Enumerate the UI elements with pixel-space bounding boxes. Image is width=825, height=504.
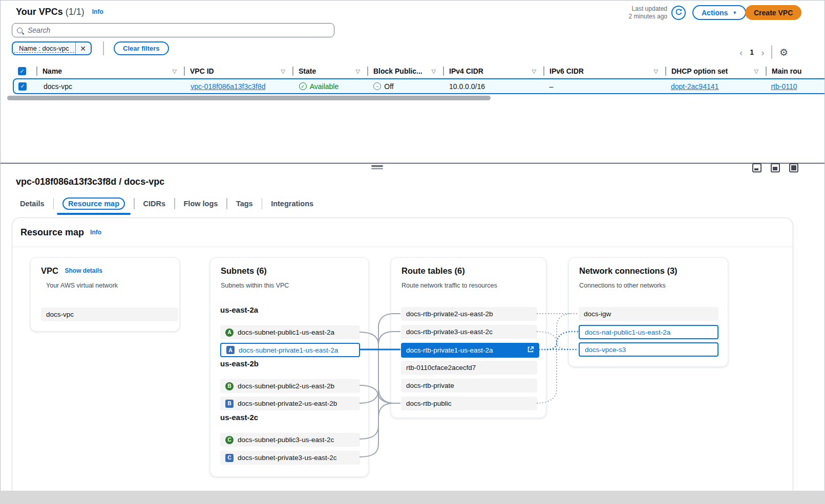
column-header-ipv6-cidr[interactable]: IPv6 CIDR ▽ <box>543 64 665 78</box>
network-connections-card-title: Network connections (3) <box>579 266 678 276</box>
pagination: ‹ 1 › ⚙ <box>739 45 788 59</box>
cell-main-route-table: rtb-0110 <box>765 82 825 91</box>
page-number[interactable]: 1 <box>750 48 754 56</box>
settings-gear-icon[interactable]: ⚙ <box>779 47 788 58</box>
column-header-dhcp[interactable]: DHCP option set ▽ <box>665 64 766 78</box>
column-header-block-public[interactable]: Block Public... ▽ <box>367 64 443 78</box>
route-tables-card-subtitle: Route network traffic to resources <box>401 282 497 289</box>
vpc-id-link[interactable]: vpc-018f086a13f3c3f8d <box>191 82 265 91</box>
tab-resource-map[interactable]: Resource map <box>54 196 134 211</box>
clear-filters-button[interactable]: Clear filters <box>114 41 169 55</box>
network-connection-node-igw[interactable]: docs-igw <box>579 307 718 321</box>
search-box[interactable] <box>12 23 334 37</box>
refresh-button[interactable] <box>671 6 686 20</box>
divider <box>771 46 772 59</box>
filter-icon[interactable]: ▽ <box>173 68 177 75</box>
refresh-icon <box>675 8 683 18</box>
filter-icon[interactable]: ▽ <box>281 68 285 75</box>
cell-ipv4-cidr: 10.0.0.0/16 <box>443 82 543 91</box>
network-connections-card-subtitle: Connections to other networks <box>579 282 666 289</box>
vpc-node[interactable]: docs-vpc <box>41 308 178 321</box>
filter-icon[interactable]: ▽ <box>356 68 360 75</box>
private-subnet-badge: B <box>225 400 234 408</box>
actions-button[interactable]: Actions ▼ <box>692 5 746 20</box>
external-link-icon[interactable] <box>527 346 534 355</box>
filter-icon[interactable]: ▽ <box>432 68 436 75</box>
az-header: us-east-2b <box>220 359 259 368</box>
subnet-node-public2[interactable]: B docs-subnet-public2-us-east-2b <box>220 379 360 393</box>
public-subnet-badge: C <box>225 436 234 444</box>
search-icon <box>17 28 23 33</box>
column-header-state[interactable]: State ▽ <box>292 64 367 78</box>
route-table-node[interactable]: docs-rtb-private3-us-east-2c <box>401 325 537 339</box>
create-vpc-button[interactable]: Create VPC <box>745 5 801 20</box>
select-all-checkbox[interactable]: ✓ <box>18 67 26 75</box>
dhcp-option-set-link[interactable]: dopt-2ac94141 <box>671 82 718 91</box>
info-link[interactable]: Info <box>92 8 103 15</box>
subnets-card-title: Subnets (6) <box>221 266 267 276</box>
tab-flow-logs[interactable]: Flow logs <box>175 196 227 211</box>
az-header: us-east-2c <box>220 413 258 422</box>
cell-block-public: − Off <box>367 82 443 91</box>
filter-icon[interactable]: ▽ <box>754 68 758 75</box>
network-connections-card: Network connections (3) Connections to o… <box>568 257 728 367</box>
info-link[interactable]: Info <box>90 229 101 236</box>
tab-details[interactable]: Details <box>16 196 53 211</box>
subnet-node-public3[interactable]: C docs-subnet-public3-us-east-2c <box>220 433 360 447</box>
vpc-count: (1/1) <box>66 7 84 17</box>
panel-small-icon[interactable] <box>752 163 761 172</box>
cell-ipv6-cidr: – <box>543 82 664 91</box>
table-header: ✓ Name ▽ VPC ID ▽ State ▽ Block Public..… <box>13 64 825 78</box>
az-header: us-east-2a <box>220 305 258 314</box>
route-table-node[interactable]: rtb-0110cface2acecfd7 <box>401 361 537 375</box>
filter-chip-label[interactable]: Name : docs-vpc <box>14 45 74 53</box>
route-table-node[interactable]: docs-rtb-private <box>401 379 537 392</box>
column-header-main-route-table[interactable]: Main rou <box>766 64 825 78</box>
tab-cidrs[interactable]: CIDRs <box>135 196 175 211</box>
cell-state: ✓ Available <box>293 82 368 91</box>
prev-page-button[interactable]: ‹ <box>739 48 743 57</box>
route-table-node-selected[interactable]: docs-rtb-private1-us-east-2a <box>401 343 539 358</box>
row-select-cell: ✓ <box>14 82 37 91</box>
panel-full-icon[interactable] <box>789 163 798 172</box>
column-header-ipv4-cidr[interactable]: IPv4 CIDR ▽ <box>443 64 543 78</box>
cell-dhcp-option-set: dopt-2ac94141 <box>665 82 765 91</box>
subnet-node-private1-selected[interactable]: A docs-subnet-private1-us-east-2a <box>220 343 360 357</box>
subnet-node-private2[interactable]: B docs-subnet-private2-us-east-2b <box>220 397 360 410</box>
private-subnet-badge: A <box>226 346 235 354</box>
off-minus-icon: − <box>373 82 381 90</box>
column-header-vpc-id[interactable]: VPC ID ▽ <box>184 64 292 78</box>
subnets-card: Subnets (6) Subnets within this VPC us-e… <box>210 257 369 477</box>
split-divider <box>1 163 825 164</box>
table-row[interactable]: ✓ docs-vpc vpc-018f086a13f3c3f8d ✓ Avail… <box>13 78 825 94</box>
search-input[interactable] <box>27 26 329 35</box>
route-table-node[interactable]: docs-rtb-private2-us-east-2b <box>401 307 537 321</box>
next-page-button[interactable]: › <box>761 48 764 57</box>
resource-map-header: Resource map Info <box>12 218 793 247</box>
route-table-node[interactable]: docs-rtb-public <box>401 397 537 410</box>
row-checkbox[interactable]: ✓ <box>18 82 27 91</box>
show-details-link[interactable]: Show details <box>65 267 102 274</box>
main-route-table-link[interactable]: rtb-0110 <box>771 82 797 91</box>
tab-integrations[interactable]: Integrations <box>262 196 322 211</box>
page-title-text: Your VPCs <box>16 7 63 17</box>
network-connection-node-vpce[interactable]: docs-vpce-s3 <box>579 342 718 357</box>
filter-chip: Name : docs-vpc ✕ <box>12 41 92 55</box>
cell-vpc-id: vpc-018f086a13f3c3f8d <box>184 82 292 91</box>
split-drag-handle[interactable] <box>371 165 383 169</box>
cell-name: docs-vpc <box>37 82 184 91</box>
subnet-node-private3[interactable]: C docs-subnet-private3-us-east-2c <box>220 451 360 465</box>
tab-tags[interactable]: Tags <box>227 196 262 211</box>
filter-icon[interactable]: ▽ <box>654 68 658 75</box>
last-updated: Last updated 2 minutes ago <box>605 5 667 20</box>
select-all-cell: ✓ <box>13 64 36 78</box>
subnet-node-public1[interactable]: A docs-subnet-public1-us-east-2a <box>220 325 360 339</box>
column-header-name[interactable]: Name ▽ <box>36 64 184 78</box>
horizontal-scrollbar[interactable] <box>7 96 491 100</box>
remove-filter-button[interactable]: ✕ <box>75 42 91 54</box>
vpc-card: VPC Show details Your AWS virtual networ… <box>30 257 180 332</box>
network-connection-node-nat[interactable]: docs-nat-public1-us-east-2a <box>579 325 718 339</box>
panel-half-icon[interactable] <box>771 163 780 172</box>
vpc-card-title: VPC Show details <box>41 266 102 276</box>
filter-icon[interactable]: ▽ <box>532 68 536 75</box>
